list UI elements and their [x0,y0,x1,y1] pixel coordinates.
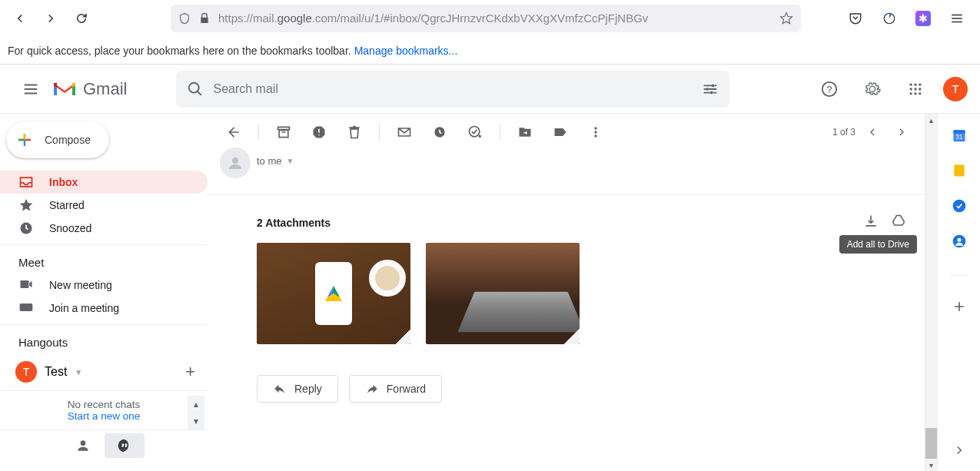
contacts-addon[interactable] [952,234,967,252]
back-button[interactable] [6,5,34,32]
chat-scroll[interactable]: ▴▾ [188,396,204,430]
mark-unread-button[interactable] [389,117,420,148]
svg-point-12 [910,92,912,95]
prev-message-button[interactable] [860,120,885,144]
main-menu-button[interactable] [12,71,49,108]
plus-icon [15,131,34,149]
archive-button[interactable] [268,117,299,148]
search-box[interactable] [176,71,729,108]
chevron-down-icon[interactable]: ▼ [75,368,82,376]
search-options-icon[interactable] [702,81,719,98]
svg-point-28 [952,200,965,213]
calendar-addon[interactable]: 31 [952,128,967,146]
svg-rect-16 [20,303,33,311]
settings-button[interactable] [857,74,888,104]
apps-button[interactable] [900,74,931,104]
meet-item-label: Join a meeting [49,302,119,314]
download-all-button[interactable] [863,214,879,232]
support-button[interactable]: ? [814,74,845,104]
svg-point-20 [594,127,596,129]
add-to-tasks-button[interactable] [460,117,490,148]
attachment-thumbnail-1[interactable] [257,243,410,344]
sidebar-item-label: Snoozed [49,222,91,234]
svg-rect-27 [954,165,964,177]
start-chat-link[interactable]: Start a new one [68,410,141,422]
forward-label: Forward [387,383,426,395]
delete-button[interactable] [339,117,370,148]
sidebar-item-inbox[interactable]: Inbox [0,171,208,194]
video-icon [18,277,34,294]
gmail-logo-text: Gmail [83,79,127,99]
compose-label: Compose [45,134,91,146]
meet-item-label: New meeting [49,279,112,291]
sidebar-item-snoozed[interactable]: Snoozed [0,217,208,240]
svg-point-13 [914,92,916,95]
svg-point-21 [594,131,596,133]
add-all-to-drive-button[interactable] [891,214,906,232]
extension-icon[interactable]: ✱ [912,8,934,29]
keep-addon[interactable] [952,163,967,181]
reply-button[interactable]: Reply [257,375,338,403]
clock-icon [18,221,34,236]
address-bar[interactable]: https://mail.google.com/mail/u/1/#inbox/… [171,5,801,32]
join-meeting-button[interactable]: Join a meeting [0,297,208,320]
url-text: https://mail.google.com/mail/u/1/#inbox/… [218,12,772,25]
attachment-thumbnail-2[interactable] [426,243,580,344]
sidebar-item-starred[interactable]: Starred [0,194,208,217]
clock-icon[interactable] [879,8,900,29]
back-to-inbox-button[interactable] [218,117,249,148]
svg-point-11 [919,88,921,90]
forward-button[interactable]: Forward [349,375,442,403]
message-toolbar: 1 of 3 [208,114,925,151]
hangouts-avatar: T [15,361,37,383]
reload-button[interactable] [68,5,95,32]
reply-icon [273,382,287,396]
hangouts-tab[interactable] [105,433,145,458]
star-icon [18,197,34,213]
sidebar-item-label: Inbox [49,176,78,188]
more-button[interactable] [580,117,611,148]
svg-point-22 [594,134,596,137]
svg-point-10 [914,88,916,90]
contacts-tab[interactable] [63,433,103,458]
new-chat-button[interactable]: + [185,362,195,382]
svg-point-1 [712,84,715,87]
bookmark-star-icon[interactable] [779,12,793,25]
gmail-m-icon [52,80,77,98]
get-addons-button[interactable] [952,299,967,317]
side-panel: 31 [937,114,980,471]
move-to-button[interactable] [510,117,540,148]
hide-side-panel-button[interactable] [952,443,966,460]
forward-button[interactable] [37,5,65,32]
chats-box: No recent chats Start a new one ▴▾ [0,390,208,430]
hangouts-user-row[interactable]: T Test ▼ + [0,353,208,390]
chevron-down-icon[interactable]: ▼ [287,157,294,165]
compose-button[interactable]: Compose [6,121,109,158]
svg-point-23 [232,158,238,164]
snooze-button[interactable] [424,117,455,148]
content-scrollbar[interactable]: ▴ ▾ [925,114,937,471]
svg-point-8 [919,83,921,85]
manage-bookmarks-link[interactable]: Manage bookmarks... [354,45,458,57]
svg-point-19 [470,127,480,137]
bookmark-hint-bar: For quick access, place your bookmarks h… [0,37,980,65]
account-avatar[interactable]: T [943,77,968,101]
browser-nav-bar: https://mail.google.com/mail/u/1/#inbox/… [0,0,980,37]
shield-icon [178,12,191,25]
svg-point-9 [910,88,912,90]
inbox-icon [18,174,34,190]
tasks-addon[interactable] [952,198,967,217]
svg-text:?: ? [826,83,832,95]
svg-point-30 [957,238,961,242]
gmail-header: Gmail ? T [0,65,980,114]
spam-button[interactable] [304,117,334,148]
gmail-logo[interactable]: Gmail [52,79,127,99]
svg-text:31: 31 [955,133,963,141]
search-input[interactable] [213,82,702,96]
bookmark-hint-text: For quick access, place your bookmarks h… [8,45,351,57]
new-meeting-button[interactable]: New meeting [0,274,208,297]
pocket-icon[interactable] [845,8,866,29]
browser-menu-icon[interactable] [946,8,968,29]
next-message-button[interactable] [889,120,914,144]
labels-button[interactable] [545,117,576,148]
